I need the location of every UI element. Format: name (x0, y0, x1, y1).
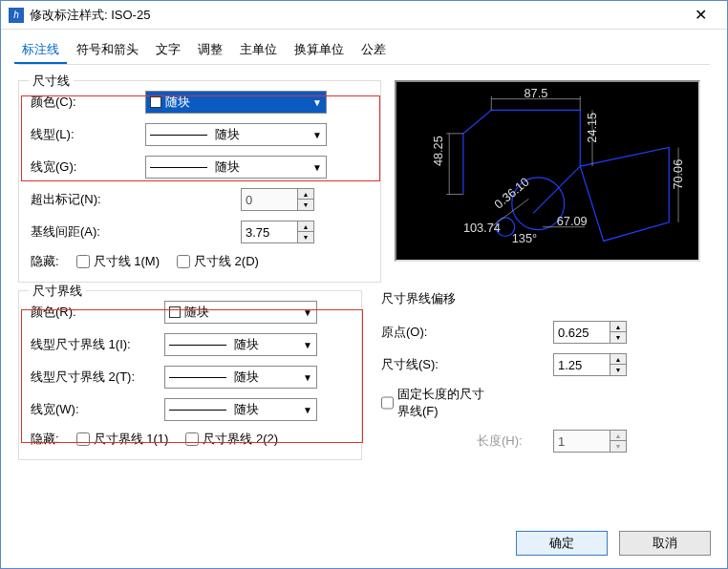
hide-label: 隐藏: (31, 253, 59, 270)
spin-up-icon[interactable]: ▲ (610, 322, 626, 332)
spin-down-icon[interactable]: ▼ (610, 332, 626, 343)
chevron-down-icon: ▼ (303, 405, 312, 415)
beyond-label: 超出标记(N): (31, 191, 164, 208)
spin-up-icon[interactable]: ▲ (610, 354, 626, 365)
spin-up-icon[interactable]: ▲ (298, 189, 313, 200)
svg-text:48.25: 48.25 (431, 136, 445, 166)
svg-text:87.5: 87.5 (525, 86, 548, 100)
ext-color-select[interactable]: 随块 ▼ (164, 301, 317, 324)
lineweight-value: 随块 (215, 158, 240, 176)
ext-hide-label: 隐藏: (31, 431, 59, 448)
svg-text:67.09: 67.09 (557, 214, 588, 228)
spin-down-icon[interactable]: ▼ (298, 200, 313, 210)
chevron-down-icon: ▼ (303, 372, 312, 383)
ext-lt1-label: 线型尺寸界线 1(I): (31, 336, 164, 353)
dimline-off-label: 尺寸线(S): (381, 356, 486, 373)
chevron-down-icon: ▼ (312, 97, 322, 108)
bylayer-swatch-icon (150, 96, 161, 108)
dimline-group-title: 尺寸线 (29, 73, 74, 90)
ext-lt1-value: 随块 (234, 336, 259, 353)
dimline-off-spinner[interactable]: ▲▼ (553, 353, 627, 376)
chevron-down-icon: ▼ (303, 340, 312, 350)
ok-button[interactable]: 确定 (516, 531, 608, 556)
length-input (553, 430, 610, 453)
line-sample-icon (169, 377, 226, 378)
linetype-label: 线型(L): (31, 126, 145, 143)
spin-down-icon[interactable]: ▼ (298, 232, 313, 242)
line-sample-icon (150, 135, 207, 136)
close-button[interactable]: ✕ (681, 2, 719, 29)
hide-dimline2-checkbox[interactable]: 尺寸线 2(D) (177, 253, 259, 270)
extline-group-title: 尺寸界线 (29, 283, 86, 300)
origin-input[interactable] (553, 321, 610, 344)
spin-up-icon[interactable]: ▲ (298, 221, 313, 232)
color-value: 随块 (165, 94, 190, 111)
baseline-label: 基线间距(A): (31, 223, 164, 241)
spin-up-icon: ▲ (610, 431, 626, 441)
color-label: 颜色(C): (31, 94, 145, 111)
tab-adjust[interactable]: 调整 (190, 37, 230, 64)
length-spinner: ▲▼ (553, 430, 627, 453)
chevron-down-icon: ▼ (312, 162, 322, 173)
linetype-select[interactable]: 随块 ▼ (145, 123, 327, 146)
length-label: 长度(H): (477, 432, 553, 450)
beyond-input[interactable] (241, 188, 298, 211)
hide-ext1-checkbox[interactable]: 尺寸界线 1(1) (76, 431, 169, 448)
line-sample-icon (169, 410, 226, 411)
spin-down-icon[interactable]: ▼ (610, 365, 626, 375)
origin-label: 原点(O): (381, 324, 486, 341)
tab-tol[interactable]: 公差 (353, 37, 394, 64)
dimline-off-input[interactable] (553, 353, 610, 376)
ext-lw-select[interactable]: 随块 ▼ (164, 398, 317, 421)
window-title: 修改标注样式: ISO-25 (30, 7, 681, 24)
tab-symbols[interactable]: 符号和箭头 (69, 37, 146, 64)
cancel-button[interactable]: 取消 (619, 531, 711, 556)
ext-lt2-select[interactable]: 随块 ▼ (164, 366, 317, 389)
chevron-down-icon: ▼ (303, 307, 312, 318)
hide-dimline1-checkbox[interactable]: 尺寸线 1(M) (76, 253, 160, 270)
tab-alt[interactable]: 换算单位 (287, 37, 352, 64)
ext-lt2-value: 随块 (234, 369, 259, 386)
svg-text:103.74: 103.74 (463, 221, 501, 235)
svg-text:70.06: 70.06 (671, 159, 685, 190)
lineweight-label: 线宽(G): (31, 158, 145, 176)
baseline-input[interactable] (241, 221, 298, 243)
preview-pane: 87.5 48.25 24.15 70.06 103.74 0.36.10 67… (395, 80, 700, 262)
fixed-length-checkbox[interactable]: 固定长度的尺寸界线(F) (381, 386, 496, 420)
lineweight-select[interactable]: 随块 ▼ (145, 156, 327, 179)
svg-text:24.15: 24.15 (585, 113, 599, 143)
linetype-value: 随块 (215, 126, 240, 143)
origin-spinner[interactable]: ▲▼ (553, 321, 627, 344)
tabs: 标注线 符号和箭头 文字 调整 主单位 换算单位 公差 (1, 30, 727, 64)
baseline-spinner[interactable]: ▲▼ (241, 221, 314, 243)
extline-group: 尺寸界线 颜色(R): 随块 ▼ 线型尺寸界线 1(I): 随块 ▼ (18, 290, 362, 460)
beyond-spinner[interactable]: ▲▼ (241, 188, 314, 211)
ext-lw-label: 线宽(W): (31, 401, 164, 418)
bylayer-swatch-icon (169, 306, 181, 318)
ext-color-value: 随块 (184, 304, 209, 321)
ext-lw-value: 随块 (234, 401, 259, 418)
line-sample-icon (150, 167, 207, 168)
ext-color-label: 颜色(R): (31, 304, 164, 321)
chevron-down-icon: ▼ (312, 130, 322, 140)
tab-primary[interactable]: 主单位 (232, 37, 285, 64)
line-sample-icon (169, 345, 226, 346)
tab-text[interactable]: 文字 (148, 37, 188, 64)
color-select[interactable]: 随块 ▼ (145, 91, 327, 114)
hide-ext2-checkbox[interactable]: 尺寸界线 2(2) (185, 431, 278, 448)
ext-lt2-label: 线型尺寸界线 2(T): (31, 369, 164, 386)
dimline-group: 尺寸线 颜色(C): 随块 ▼ 线型(L): 随块 ▼ (18, 80, 381, 283)
tab-dimline[interactable]: 标注线 (14, 37, 67, 64)
ext-lt1-select[interactable]: 随块 ▼ (164, 333, 317, 356)
offset-group-title: 尺寸界线偏移 (381, 290, 710, 307)
app-icon: h (9, 8, 24, 23)
spin-down-icon: ▼ (610, 441, 626, 452)
svg-text:135°: 135° (512, 231, 537, 245)
